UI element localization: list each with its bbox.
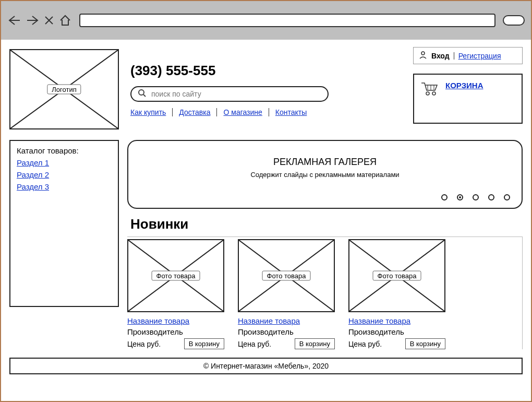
gallery-subtitle: Содержит слайды с рекламными материалами: [128, 171, 522, 179]
product-image-placeholder: Фото товара: [127, 239, 224, 312]
product-card: Фото товара Название товара Производител…: [238, 239, 335, 349]
product-manufacturer: Производитель: [348, 327, 445, 336]
product-name-link[interactable]: Название товара: [238, 316, 335, 325]
gallery-dot[interactable]: [504, 194, 510, 200]
svg-point-5: [426, 92, 429, 95]
product-name-link[interactable]: Название товара: [348, 316, 445, 325]
svg-line-3: [143, 94, 146, 97]
gallery-dot[interactable]: [457, 194, 463, 200]
product-card: Фото товара Название товара Производител…: [127, 239, 224, 349]
back-icon[interactable]: [7, 14, 22, 27]
product-image-caption: Фото товара: [373, 271, 421, 281]
catalog-item[interactable]: Раздел 2: [17, 170, 112, 179]
nav-link[interactable]: Контакты: [275, 108, 307, 116]
footer: © Интернет-магазин «Мебель», 2020: [9, 358, 523, 374]
svg-point-2: [139, 90, 144, 95]
address-bar[interactable]: [79, 14, 495, 27]
product-price: Цена руб.: [348, 340, 382, 348]
search-input[interactable]: [150, 89, 321, 99]
add-to-cart-button[interactable]: В корзину: [184, 338, 224, 349]
browser-chrome: [1, 1, 531, 40]
nav-link[interactable]: О магазине: [223, 108, 262, 116]
gallery-dot[interactable]: [473, 194, 479, 200]
user-icon: [419, 51, 427, 61]
section-title: Новинки: [130, 216, 523, 232]
cart-icon: [420, 81, 438, 98]
nav-link[interactable]: Доставка: [179, 108, 210, 116]
logo-placeholder: Логотип: [9, 49, 119, 129]
products-row: Фото товара Название товара Производител…: [127, 237, 523, 349]
header-nav: Как купить Доставка О магазине Контакты: [130, 108, 405, 116]
gallery-dot[interactable]: [441, 194, 448, 200]
product-price: Цена руб.: [238, 340, 271, 348]
search-box[interactable]: [130, 86, 329, 102]
product-image-caption: Фото товара: [152, 271, 200, 281]
product-card: Фото товара Название товара Производител…: [348, 239, 445, 349]
auth-box: Вход Регистрация: [413, 47, 523, 64]
svg-point-6: [432, 92, 436, 95]
add-to-cart-button[interactable]: В корзину: [405, 338, 445, 349]
catalog-title: Каталог товаров:: [17, 146, 112, 155]
catalog-box: Каталог товаров: Раздел 1 Раздел 2 Разде…: [9, 140, 119, 307]
promo-gallery: РЕКЛАМНАЯ ГАЛЕРЕЯ Содержит слайды с рекл…: [127, 140, 523, 209]
forward-icon[interactable]: [25, 14, 40, 27]
cart-box[interactable]: КОРЗИНА: [413, 74, 523, 124]
register-link[interactable]: Регистрация: [458, 52, 501, 60]
stop-icon[interactable]: [43, 14, 55, 27]
add-to-cart-button[interactable]: В корзину: [295, 338, 335, 349]
product-price: Цена руб.: [127, 340, 161, 348]
logo-caption: Логотип: [47, 85, 81, 94]
catalog-item[interactable]: Раздел 1: [17, 158, 112, 167]
catalog-item[interactable]: Раздел 3: [17, 182, 112, 191]
phone-number: (393) 555-555: [130, 63, 405, 79]
product-manufacturer: Производитель: [127, 327, 224, 336]
product-manufacturer: Производитель: [238, 327, 335, 336]
gallery-dot[interactable]: [488, 194, 494, 200]
gallery-title: РЕКЛАМНАЯ ГАЛЕРЕЯ: [128, 157, 522, 168]
home-icon[interactable]: [58, 14, 72, 27]
throbber-icon: [503, 15, 525, 26]
product-image-placeholder: Фото товара: [348, 239, 445, 312]
nav-link[interactable]: Как купить: [130, 108, 166, 116]
login-link[interactable]: Вход: [431, 52, 450, 60]
gallery-dots: [441, 194, 510, 200]
cart-link[interactable]: КОРЗИНА: [445, 81, 483, 90]
product-image-caption: Фото товара: [262, 271, 311, 281]
search-icon: [138, 89, 146, 99]
product-image-placeholder: Фото товара: [238, 239, 335, 312]
svg-point-4: [421, 52, 425, 55]
product-name-link[interactable]: Название товара: [127, 316, 224, 325]
